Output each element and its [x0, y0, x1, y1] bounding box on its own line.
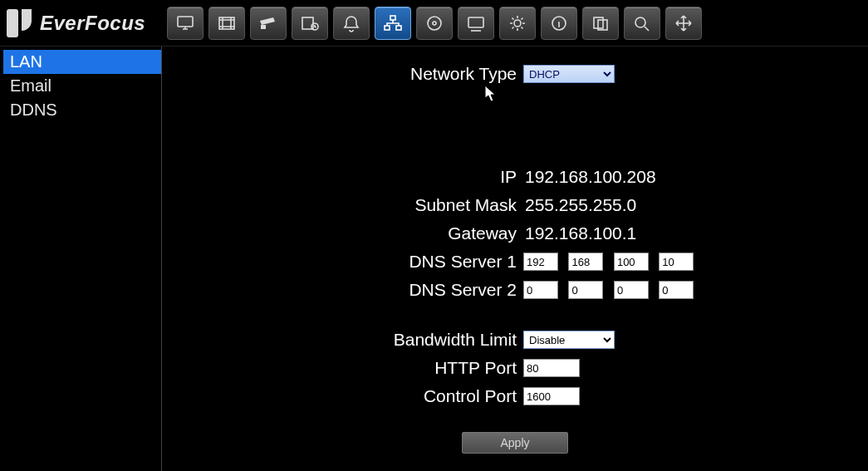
- dns2-octet-3[interactable]: [614, 281, 649, 299]
- bandwidth-label: Bandwidth Limit: [195, 330, 523, 350]
- apply-button[interactable]: Apply: [462, 432, 568, 454]
- display-icon[interactable]: [458, 7, 494, 40]
- network-type-label: Network Type: [195, 64, 523, 84]
- svg-point-16: [635, 17, 645, 27]
- svg-rect-0: [7, 9, 18, 37]
- system-icon[interactable]: [499, 7, 536, 40]
- sidebar-item-email[interactable]: Email: [3, 74, 161, 98]
- arrows-icon[interactable]: [665, 7, 702, 40]
- svg-rect-1: [178, 17, 193, 27]
- svg-point-10: [433, 22, 436, 25]
- svg-rect-7: [385, 26, 390, 30]
- sidebar-item-ddns[interactable]: DDNS: [3, 98, 161, 122]
- brand-logo: [7, 9, 33, 37]
- ip-value: 192.168.100.208: [523, 167, 656, 187]
- svg-point-12: [514, 20, 521, 27]
- copy-icon[interactable]: [582, 7, 619, 40]
- search-icon[interactable]: [624, 7, 660, 40]
- http-port-label: HTTP Port: [195, 358, 523, 378]
- sidebar-item-label: Email: [10, 76, 51, 95]
- svg-rect-2: [219, 17, 234, 29]
- bandwidth-select[interactable]: Disable: [523, 331, 615, 349]
- gateway-value: 192.168.100.1: [523, 223, 636, 243]
- network-type-select[interactable]: DHCP: [523, 65, 615, 83]
- sidebar-item-label: DDNS: [10, 101, 57, 119]
- svg-rect-6: [390, 16, 395, 20]
- sidebar: LAN Email DDNS: [0, 47, 162, 471]
- http-port-input[interactable]: [523, 359, 580, 377]
- subnet-value: 255.255.255.0: [523, 195, 636, 215]
- monitor-icon[interactable]: [167, 7, 204, 40]
- top-toolbar: EverFocus: [0, 0, 868, 47]
- dns1-octet-2[interactable]: [568, 253, 603, 271]
- svg-rect-3: [261, 25, 266, 29]
- svg-point-9: [428, 17, 441, 30]
- schedule-icon[interactable]: [292, 7, 328, 40]
- dns1-octet-4[interactable]: [659, 253, 694, 271]
- alarm-icon[interactable]: [333, 7, 370, 40]
- main-panel: Network Type DHCP IP 192.168.100.208 Sub…: [162, 47, 868, 471]
- gateway-label: Gateway: [195, 223, 523, 243]
- camera-icon[interactable]: [250, 7, 287, 40]
- disk-icon[interactable]: [416, 7, 453, 40]
- brand-name: EverFocus: [40, 12, 145, 35]
- dns2-octet-2[interactable]: [568, 281, 603, 299]
- dns1-octet-1[interactable]: [523, 253, 558, 271]
- ip-label: IP: [195, 167, 523, 187]
- info-icon[interactable]: [541, 7, 577, 40]
- control-port-input[interactable]: [523, 387, 580, 405]
- sidebar-item-lan[interactable]: LAN: [3, 50, 161, 74]
- sidebar-item-label: LAN: [10, 52, 42, 71]
- dns1-label: DNS Server 1: [195, 252, 523, 272]
- svg-rect-8: [396, 26, 401, 30]
- svg-rect-11: [468, 17, 483, 27]
- dns2-octet-1[interactable]: [523, 281, 558, 299]
- dns2-label: DNS Server 2: [195, 280, 523, 300]
- dns1-octet-3[interactable]: [614, 253, 649, 271]
- network-icon[interactable]: [375, 7, 411, 40]
- control-port-label: Control Port: [195, 386, 523, 406]
- brand: EverFocus: [7, 9, 145, 37]
- dns2-octet-4[interactable]: [659, 281, 694, 299]
- film-icon[interactable]: [208, 7, 245, 40]
- subnet-label: Subnet Mask: [195, 195, 523, 215]
